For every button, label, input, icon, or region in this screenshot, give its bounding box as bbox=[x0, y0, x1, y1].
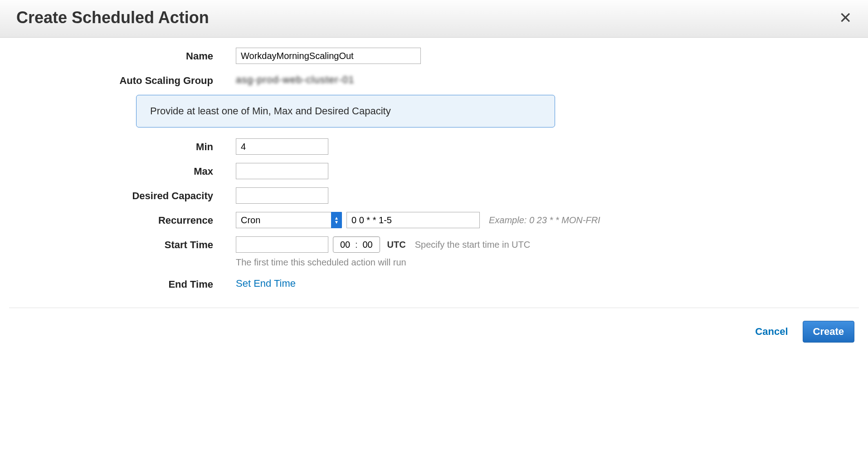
start-time-box: : bbox=[333, 236, 380, 253]
label-auto-scaling-group: Auto Scaling Group bbox=[9, 72, 236, 87]
row-auto-scaling-group: Auto Scaling Group asg-prod-web-cluster-… bbox=[9, 72, 859, 87]
cron-example-hint: Example: 0 23 * * MON-FRI bbox=[489, 215, 600, 226]
auto-scaling-group-value: asg-prod-web-cluster-01 bbox=[236, 72, 354, 86]
label-desired-capacity: Desired Capacity bbox=[9, 187, 236, 202]
start-minute-input[interactable] bbox=[360, 239, 376, 250]
row-start-time: Start Time : UTC Specify the start time … bbox=[9, 236, 859, 268]
recurrence-select-wrap: Cron ▲▼ bbox=[236, 212, 342, 228]
label-end-time: End Time bbox=[9, 276, 236, 290]
row-end-time: End Time Set End Time bbox=[9, 276, 859, 290]
row-name: Name bbox=[9, 48, 859, 64]
cron-expression-input[interactable] bbox=[346, 212, 480, 228]
start-date-input[interactable] bbox=[236, 236, 328, 253]
start-hour-input[interactable] bbox=[337, 239, 353, 250]
name-input[interactable] bbox=[236, 48, 421, 64]
row-min: Min bbox=[9, 138, 859, 155]
set-end-time-link[interactable]: Set End Time bbox=[236, 276, 296, 289]
dialog-footer: Cancel Create bbox=[9, 308, 859, 356]
dialog-header: Create Scheduled Action ✕ bbox=[0, 0, 868, 38]
dialog-body: Name Auto Scaling Group asg-prod-web-clu… bbox=[0, 38, 868, 303]
close-icon[interactable]: ✕ bbox=[836, 10, 854, 25]
min-input[interactable] bbox=[236, 138, 328, 155]
row-max: Max bbox=[9, 163, 859, 179]
label-min: Min bbox=[9, 138, 236, 153]
label-start-time: Start Time bbox=[9, 236, 236, 251]
cancel-button[interactable]: Cancel bbox=[752, 325, 790, 338]
timezone-label: UTC bbox=[387, 240, 406, 250]
label-recurrence: Recurrence bbox=[9, 212, 236, 226]
label-name: Name bbox=[9, 48, 236, 62]
create-button[interactable]: Create bbox=[803, 321, 854, 343]
time-colon: : bbox=[353, 240, 360, 250]
desired-capacity-input[interactable] bbox=[236, 187, 328, 204]
max-input[interactable] bbox=[236, 163, 328, 179]
dialog-title: Create Scheduled Action bbox=[16, 8, 209, 27]
recurrence-select[interactable]: Cron bbox=[236, 212, 342, 228]
create-scheduled-action-dialog: Create Scheduled Action ✕ Name Auto Scal… bbox=[0, 0, 868, 356]
start-time-helper: The first time this scheduled action wil… bbox=[236, 257, 406, 268]
label-max: Max bbox=[9, 163, 236, 177]
capacity-info-message: Provide at least one of Min, Max and Des… bbox=[136, 95, 555, 127]
row-desired-capacity: Desired Capacity bbox=[9, 187, 859, 204]
start-time-inline-helper: Specify the start time in UTC bbox=[415, 240, 531, 250]
row-recurrence: Recurrence Cron ▲▼ Example: 0 23 * * MON… bbox=[9, 212, 859, 228]
